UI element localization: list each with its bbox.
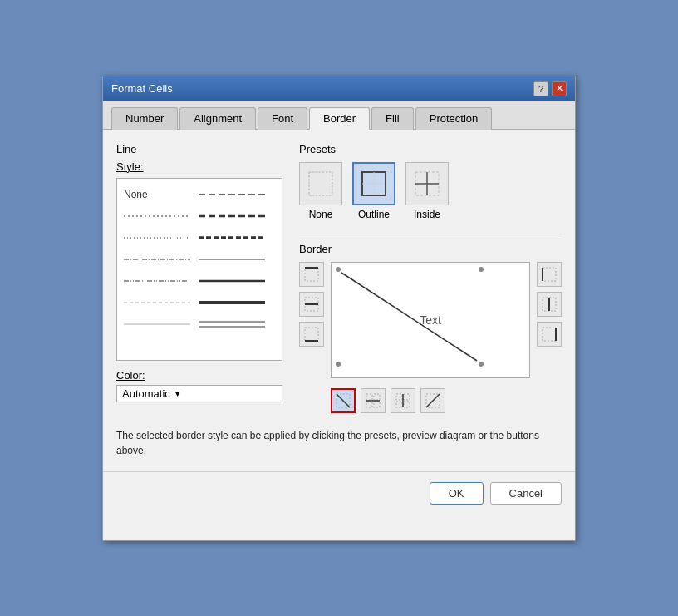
border-buttons-col-right [537,262,562,413]
format-cells-dialog: Format Cells ? ✕ Number Alignment Font B… [102,76,576,541]
color-label: Color: [116,369,145,382]
line-style-long-dash[interactable] [199,186,265,203]
border-section-label: Border [299,243,562,255]
svg-line-49 [426,394,440,407]
line-style-medium-dash[interactable] [199,208,265,224]
tab-fill[interactable]: Fill [371,107,414,130]
line-style-none[interactable]: None [124,186,190,203]
border-left-icon [541,266,558,283]
border-bottom-icon [303,326,320,342]
line-style-thick-solid[interactable] [199,294,265,311]
title-bar-buttons: ? ✕ [533,81,567,96]
svg-line-37 [337,394,350,407]
preset-outline-icon [359,169,389,199]
close-button[interactable]: ✕ [552,81,567,96]
line-style-light-solid[interactable] [124,316,190,333]
tab-number[interactable]: Number [111,107,178,130]
border-middle-h-icon [303,296,320,313]
line-style-double[interactable] [199,316,265,333]
border-bottom-button[interactable] [299,322,324,347]
color-dropdown[interactable]: Automatic ▼ [116,385,282,402]
preset-none-icon [306,169,336,199]
right-panel: Presets None [299,143,562,413]
preview-area: Text [331,262,530,413]
line-style-dashdot[interactable] [124,251,190,268]
tab-border[interactable]: Border [309,107,370,130]
main-content: Line Style: None [116,143,562,413]
dialog-body: Line Style: None [103,130,575,471]
color-row: Color: [116,369,282,382]
svg-rect-38 [366,394,372,400]
line-style-fine-dot[interactable] [124,208,190,224]
line-style-dashdotdot[interactable] [124,273,190,289]
preset-inside-icon [412,169,442,199]
cancel-button[interactable]: Cancel [490,482,562,505]
tab-alignment[interactable]: Alignment [179,107,256,130]
line-style-dot[interactable] [124,229,190,246]
svg-point-32 [479,267,484,272]
line-row-1: None [124,184,275,205]
border-preview-box[interactable]: Text [331,262,530,378]
preset-none-button[interactable] [299,162,342,205]
dropdown-arrow-icon: ▼ [174,389,182,398]
svg-line-35 [341,273,477,361]
dialog-footer: OK Cancel [103,471,575,515]
tab-font[interactable]: Font [258,107,307,130]
preset-none-label: None [309,209,333,220]
preset-outline: Outline [352,162,396,220]
line-section-label: Line [116,143,282,155]
presets-label: Presets [299,143,562,155]
border-h-inside-button[interactable] [361,388,386,413]
line-style-thick-dash[interactable] [199,229,265,246]
border-diag-tlbr-button[interactable] [331,388,356,413]
color-value: Automatic [122,387,170,400]
preset-inside-label: Inside [414,209,440,220]
preset-inside-button[interactable] [405,162,449,205]
ok-button[interactable]: OK [430,482,484,505]
style-label: Style: [116,160,282,173]
line-style-medium-solid[interactable] [199,273,265,289]
svg-rect-41 [374,402,380,407]
svg-point-31 [336,267,341,272]
line-row-2 [124,205,275,227]
border-right-icon [541,326,558,342]
dialog-title: Format Cells [111,82,173,95]
line-style-thin-solid[interactable] [199,251,265,268]
border-buttons-col-left [299,262,324,413]
svg-rect-44 [404,394,410,400]
svg-rect-25 [305,268,318,281]
preset-outline-button[interactable] [352,162,396,205]
help-button[interactable]: ? [533,81,548,96]
line-row-3 [124,227,275,249]
preview-text: Text [420,313,441,327]
left-panel: Line Style: None [116,143,282,413]
tab-protection[interactable]: Protection [415,107,493,130]
line-row-6 [124,292,275,313]
border-middle-v-button[interactable] [537,292,562,317]
line-row-5 [124,270,275,292]
svg-point-33 [336,362,341,367]
preset-outline-label: Outline [358,209,390,220]
line-style-light-dash[interactable] [124,294,190,311]
svg-rect-43 [396,394,402,400]
line-style-box[interactable]: None [116,178,282,361]
border-left-button[interactable] [537,262,562,287]
border-middle-v-icon [541,296,558,313]
title-bar: Format Cells ? ✕ [103,76,575,101]
svg-rect-14 [309,172,332,195]
border-diag-bltr-button[interactable] [420,388,445,413]
svg-rect-45 [396,402,402,407]
svg-point-34 [479,362,484,367]
preset-inside: Inside [405,162,449,220]
description-text: The selected border style can be applied… [116,428,562,458]
none-label: None [124,189,148,200]
border-top-button[interactable] [299,262,324,287]
border-area: Text [299,262,562,413]
border-v-inside-button[interactable] [391,388,415,413]
border-right-button[interactable] [537,322,562,347]
border-middle-h-button[interactable] [299,292,324,317]
svg-rect-54 [543,328,556,341]
svg-rect-29 [305,328,318,341]
svg-rect-39 [374,394,380,400]
border-h-inside-icon [365,392,381,409]
